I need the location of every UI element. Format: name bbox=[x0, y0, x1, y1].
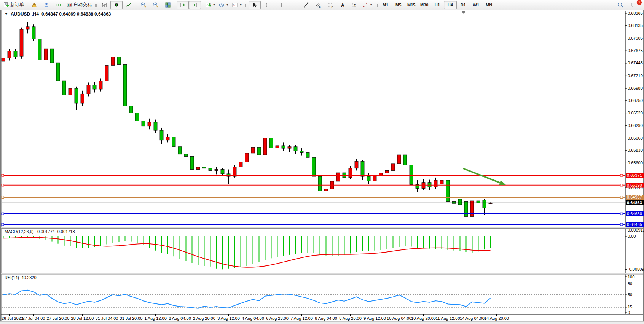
price-tick-label: 0.66980 bbox=[628, 86, 643, 91]
candle bbox=[257, 147, 261, 155]
svg-text:0: 0 bbox=[628, 310, 630, 315]
chat-button[interactable]: 1 bbox=[628, 1, 640, 9]
candle bbox=[56, 63, 60, 81]
dropdown-caret-icon[interactable]: ▼ bbox=[239, 3, 242, 6]
toolbar-grip[interactable] bbox=[95, 2, 97, 8]
main-macd-separator[interactable] bbox=[1, 227, 643, 229]
line-chart-button[interactable] bbox=[123, 1, 135, 9]
timeframe-w1-button[interactable]: W1 bbox=[470, 1, 483, 9]
templates-button[interactable]: ▼ bbox=[230, 1, 244, 9]
candle bbox=[215, 170, 218, 171]
candle bbox=[117, 57, 121, 65]
svg-text:E: E bbox=[319, 5, 321, 8]
time-tick-label: 2 Aug 04:00 bbox=[169, 316, 191, 321]
candle bbox=[239, 162, 242, 167]
search-button[interactable] bbox=[614, 1, 626, 9]
toolbar-separator bbox=[202, 2, 202, 8]
chart-shift-button[interactable] bbox=[189, 1, 201, 9]
signals-button[interactable] bbox=[40, 1, 53, 9]
candle bbox=[446, 180, 450, 202]
candle bbox=[294, 147, 297, 151]
indicators-button[interactable]: ▼ bbox=[204, 1, 217, 9]
auto-scroll-button[interactable] bbox=[177, 1, 189, 9]
periods-button[interactable]: ▼ bbox=[217, 1, 230, 9]
indicators-icon bbox=[205, 2, 211, 8]
candle bbox=[263, 138, 267, 155]
market-button[interactable] bbox=[28, 1, 40, 9]
candle bbox=[336, 173, 340, 181]
toolbar-grip[interactable] bbox=[376, 2, 378, 8]
chart-window[interactable]: 0.653710.651900.649670.648630.646600.644… bbox=[0, 10, 644, 321]
channel-icon: E bbox=[315, 2, 321, 8]
candle bbox=[410, 165, 413, 184]
text-button[interactable]: A bbox=[336, 1, 349, 9]
time-tick-label: 4 Aug 04:00 bbox=[242, 316, 264, 321]
periods-icon bbox=[218, 2, 225, 8]
timeframe-mn-button[interactable]: MN bbox=[483, 1, 496, 9]
price-tick-label: 0.67675 bbox=[628, 48, 643, 53]
time-tick-label: 27 Jul 20:00 bbox=[47, 316, 70, 321]
toolbar-separator bbox=[136, 2, 136, 8]
zoom-in-button[interactable] bbox=[137, 1, 150, 9]
text-label-icon: T bbox=[352, 2, 358, 8]
svg-text:0.65190: 0.65190 bbox=[627, 183, 642, 187]
candle bbox=[2, 58, 5, 61]
channel-button[interactable]: E bbox=[312, 1, 324, 9]
toolbar-separator bbox=[274, 2, 274, 8]
timeframe-m15-button[interactable]: M15 bbox=[405, 1, 418, 9]
horizontal-line-button[interactable] bbox=[288, 1, 300, 9]
timeframe-m5-button[interactable]: M5 bbox=[392, 1, 405, 9]
autotrading-button[interactable]: 自动交易 bbox=[65, 1, 93, 9]
zoom-out-button[interactable] bbox=[150, 1, 162, 9]
time-tick-label: 27 Jul 04:00 bbox=[22, 316, 45, 321]
timeframe-h4-button[interactable]: H4 bbox=[444, 1, 457, 9]
new-order-button[interactable]: 新订单 bbox=[2, 1, 26, 9]
toolbar-grip[interactable] bbox=[245, 2, 247, 8]
autotrading-icon bbox=[66, 2, 72, 8]
candle bbox=[99, 81, 102, 89]
templates-icon bbox=[232, 2, 238, 8]
candle bbox=[142, 121, 145, 126]
bar-chart-button[interactable] bbox=[98, 1, 110, 9]
macd-name: MACD(12,26,9) bbox=[5, 229, 33, 234]
dropdown-caret-icon[interactable]: ▼ bbox=[370, 3, 373, 6]
svg-text:A: A bbox=[341, 2, 344, 8]
timeframe-h1-button[interactable]: H1 bbox=[431, 1, 444, 9]
rsi-indicator-label: RSI(14) 40.2820 bbox=[5, 275, 37, 280]
rsi-name: RSI(14) bbox=[5, 275, 19, 280]
timeframe-m1-button[interactable]: M1 bbox=[379, 1, 392, 9]
candle bbox=[8, 51, 11, 58]
cursor-button[interactable] bbox=[249, 1, 261, 9]
svg-text:0.64967: 0.64967 bbox=[627, 195, 642, 199]
ohlc-close: 0.64863 bbox=[94, 11, 111, 17]
time-tick-label: 31 Jul 04:00 bbox=[96, 316, 118, 321]
arrows-button[interactable]: ▼ bbox=[361, 1, 374, 9]
candle bbox=[209, 168, 212, 171]
collapse-caret-icon[interactable]: ▼ bbox=[5, 12, 8, 16]
svg-text:0.64465: 0.64465 bbox=[627, 222, 642, 227]
news-button[interactable] bbox=[53, 1, 65, 9]
macd-rsi-separator[interactable] bbox=[1, 273, 643, 275]
vertical-line-button[interactable] bbox=[276, 1, 288, 9]
candle bbox=[483, 200, 486, 208]
dropdown-caret-icon[interactable]: ▼ bbox=[213, 3, 215, 6]
trendline-button[interactable] bbox=[300, 1, 312, 9]
timeframe-d1-button[interactable]: D1 bbox=[457, 1, 470, 9]
candlestick-button[interactable] bbox=[110, 1, 123, 9]
candle bbox=[26, 27, 29, 29]
text-label-button[interactable]: T bbox=[349, 1, 361, 9]
tile-windows-icon bbox=[165, 2, 171, 8]
chart-canvas[interactable]: 0.653710.651900.649670.648630.646600.644… bbox=[0, 10, 644, 321]
crosshair-button[interactable] bbox=[261, 1, 273, 9]
candle bbox=[184, 154, 188, 157]
tile-windows-button[interactable] bbox=[162, 1, 174, 9]
dropdown-caret-icon[interactable]: ▼ bbox=[226, 3, 229, 6]
ohlc-low: 0.64838 bbox=[77, 11, 93, 17]
time-tick-label: 6 Aug 23:00 bbox=[266, 316, 289, 321]
autotrading-label: 自动交易 bbox=[73, 2, 92, 8]
timeframe-m30-button[interactable]: M30 bbox=[418, 1, 431, 9]
price-tick-label: 0.67445 bbox=[628, 60, 643, 65]
price-tick-label: 0.66290 bbox=[628, 123, 643, 128]
svg-text:0.65371: 0.65371 bbox=[627, 173, 642, 178]
fibonacci-button[interactable]: F bbox=[324, 1, 336, 9]
